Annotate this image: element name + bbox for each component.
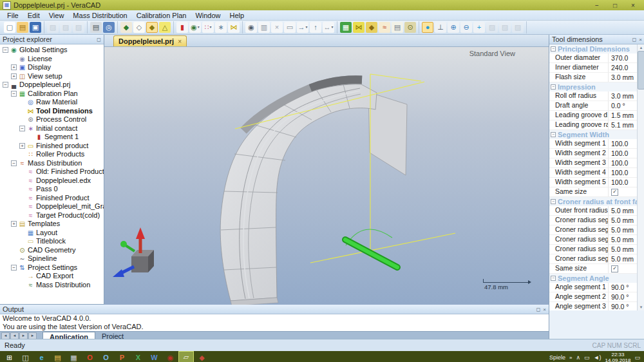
dialog-settings-icon[interactable]: ▭ xyxy=(284,22,296,33)
tree-item-cad-export[interactable]: →CAD Export xyxy=(0,272,104,281)
menu-item-file[interactable]: File xyxy=(3,12,23,19)
viewport-3d[interactable]: Standard View 47.8 mm xyxy=(104,47,549,305)
property-value[interactable]: 5.0 mm xyxy=(608,235,637,244)
checkbox-checked-icon[interactable]: ✓ xyxy=(611,265,618,272)
tree-item-raw-material[interactable]: ◎Raw Material xyxy=(0,98,104,107)
property-value[interactable]: 5.0 mm xyxy=(608,245,637,254)
property-value[interactable]: ✓ xyxy=(608,187,637,196)
close-button[interactable]: × xyxy=(629,2,638,9)
property-row-roll-off-radius[interactable]: Roll off radius3.0 mm xyxy=(549,91,637,101)
calibration-plan-icon[interactable]: ▦ xyxy=(340,22,352,33)
mesh-view-icon[interactable]: △ xyxy=(159,22,171,33)
task-view-button-icon[interactable]: ◫ xyxy=(17,351,33,362)
delete-object-icon[interactable]: × xyxy=(271,22,283,33)
menu-item-window[interactable]: Window xyxy=(191,12,225,19)
tree-item-doppelpleuel-edx[interactable]: ≈Doppelpleuel.edx xyxy=(0,176,104,186)
close-icon[interactable]: × xyxy=(543,307,546,312)
tree-item-pass-0[interactable]: ≈Pass 0 xyxy=(0,185,104,194)
property-row-inner-diameter[interactable]: Inner diameter240.0 xyxy=(549,63,637,73)
finished-product-icon[interactable]: ◆ xyxy=(366,22,377,33)
tray-overflow-label[interactable]: Spiele xyxy=(549,354,565,361)
menu-item-edit[interactable]: Edit xyxy=(23,12,44,19)
collapse-icon[interactable]: − xyxy=(551,276,556,281)
visibility-icon[interactable]: ◉ xyxy=(245,22,257,33)
cad-exchange-icon[interactable]: ⊙ xyxy=(404,22,416,33)
property-group-impression[interactable]: −Impression xyxy=(549,82,637,91)
open-folder-icon[interactable]: ▤ xyxy=(17,22,28,33)
file-explorer-icon[interactable]: ▤ xyxy=(50,351,66,362)
property-value[interactable]: 3.0 mm xyxy=(608,73,637,82)
tree-item-process-control[interactable]: ⊛Process Control xyxy=(0,115,104,124)
tree-item-finished-product[interactable]: ≈Finished Product xyxy=(0,194,104,203)
tab-close-icon[interactable]: × xyxy=(178,38,182,45)
paint-app-icon[interactable]: ◆ xyxy=(194,351,210,362)
property-row-outer-front-radius[interactable]: Outer front radius5.0 mm xyxy=(549,206,637,216)
property-row-croner-radius-seg[interactable]: Croner radius seg...5.0 mm xyxy=(549,235,637,245)
dropdown-arrow-icon[interactable]: ▾ xyxy=(305,23,307,32)
tree-item-templates[interactable]: +▤Templates xyxy=(0,220,104,229)
property-value[interactable]: 5.0 mm xyxy=(608,216,637,225)
tree-expander-icon[interactable]: + xyxy=(11,64,17,70)
tree-expander-icon[interactable]: − xyxy=(11,91,17,97)
report-icon[interactable]: ▤ xyxy=(392,22,403,33)
pin-icon[interactable]: ◻ xyxy=(536,307,541,312)
property-row-width-segment-4[interactable]: Width segment 4100.0 xyxy=(549,168,637,178)
collapse-icon[interactable]: − xyxy=(551,46,556,52)
tree-item-initial-contact[interactable]: −∗Initial contact xyxy=(0,124,104,133)
property-value[interactable]: 90.0 ° xyxy=(608,292,637,301)
property-group-segment-width[interactable]: −Segment Width xyxy=(549,130,637,139)
dropdown-arrow-icon[interactable]: ▾ xyxy=(331,23,333,32)
tray-chevron-icon[interactable]: » xyxy=(569,355,572,361)
chart-import-icon[interactable]: ↑ xyxy=(310,22,321,33)
document-tab[interactable]: Doppelpleuel.prj × xyxy=(113,35,187,46)
property-group-croner-radius-at-front-face[interactable]: −Croner radius at front face xyxy=(549,197,637,206)
export-data-icon[interactable]: →▾ xyxy=(297,22,308,33)
tree-item-doppelpleuel-prj[interactable]: −▄Doppelpleuel.prj xyxy=(0,81,104,90)
menu-item-calibration-plan[interactable]: Calibration Plan xyxy=(132,12,191,19)
property-row-croner-radius-seg[interactable]: Croner radius seg...5.0 mm xyxy=(549,216,637,225)
scroll-down-icon[interactable]: ▼ xyxy=(639,304,643,310)
property-value[interactable]: 100.0 xyxy=(608,158,637,167)
tree-expander-icon[interactable]: − xyxy=(19,126,25,131)
powerpoint-app-icon[interactable]: P xyxy=(114,351,130,362)
stock-transport-icon[interactable]: ◆ xyxy=(120,22,132,33)
scroll-up-icon[interactable]: ▲ xyxy=(639,44,643,51)
dropdown-arrow-icon[interactable]: ▾ xyxy=(198,23,200,32)
property-value[interactable]: 100.0 xyxy=(608,168,637,177)
forming-icon[interactable]: ∷▾ xyxy=(202,22,214,33)
print-icon[interactable]: ▤ xyxy=(90,22,102,33)
flash-tool-icon[interactable]: ⋈ xyxy=(228,22,240,33)
property-row-croner-radius-seg[interactable]: Croner radius seg...5.0 mm xyxy=(549,225,637,235)
property-value[interactable]: 5.0 mm xyxy=(608,206,637,215)
menu-item-help[interactable]: Help xyxy=(225,12,249,19)
tree-item-spineline[interactable]: ∼Spineline xyxy=(0,254,104,263)
tree-expander-icon[interactable]: + xyxy=(11,73,17,79)
excel-app-icon[interactable]: X xyxy=(130,351,146,362)
property-row-width-segment-5[interactable]: Width segment 5100.0 xyxy=(549,178,637,187)
property-value[interactable]: 0.0 ° xyxy=(608,101,637,110)
tree-item-segment-1[interactable]: ▮Segment 1 xyxy=(0,133,104,142)
property-row-croner-radius-seg[interactable]: Croner radius seg...5.0 mm xyxy=(549,254,637,264)
menu-item-mass-distribution[interactable]: Mass Distribution xyxy=(68,12,131,19)
notes-app-icon[interactable]: ▦ xyxy=(66,351,82,362)
tree-item-roller-products[interactable]: ∷Roller Products xyxy=(0,150,104,159)
dropdown-arrow-icon[interactable]: ▾ xyxy=(209,23,211,32)
property-value[interactable]: 3.0 mm xyxy=(608,91,637,100)
tree-item-mass-distribution[interactable]: −≈Mass Distribution xyxy=(0,159,104,168)
menu-item-view[interactable]: View xyxy=(44,12,69,19)
collapse-icon[interactable]: − xyxy=(551,132,556,137)
view-3d-icon[interactable]: ● xyxy=(422,22,433,33)
zoom-out-icon[interactable]: ⊖ xyxy=(460,22,472,33)
property-row-width-segment-3[interactable]: Width segment 3100.0 xyxy=(549,158,637,168)
print-preview-icon[interactable]: ◎ xyxy=(103,22,115,33)
tree-expander-icon[interactable]: + xyxy=(11,221,17,227)
tree-expander-icon[interactable]: − xyxy=(3,82,8,88)
maximize-button[interactable]: □ xyxy=(611,2,620,9)
zoom-fit-icon[interactable]: + xyxy=(473,22,485,33)
property-value[interactable]: 1.5 mm xyxy=(608,111,637,120)
property-value[interactable]: 100.0 xyxy=(608,178,637,187)
tree-expander-icon[interactable]: + xyxy=(19,143,25,149)
property-value[interactable]: 5.0 mm xyxy=(608,254,637,263)
pin-icon[interactable]: ◻ xyxy=(632,37,637,43)
property-value[interactable]: 5.0 mm xyxy=(608,225,637,234)
